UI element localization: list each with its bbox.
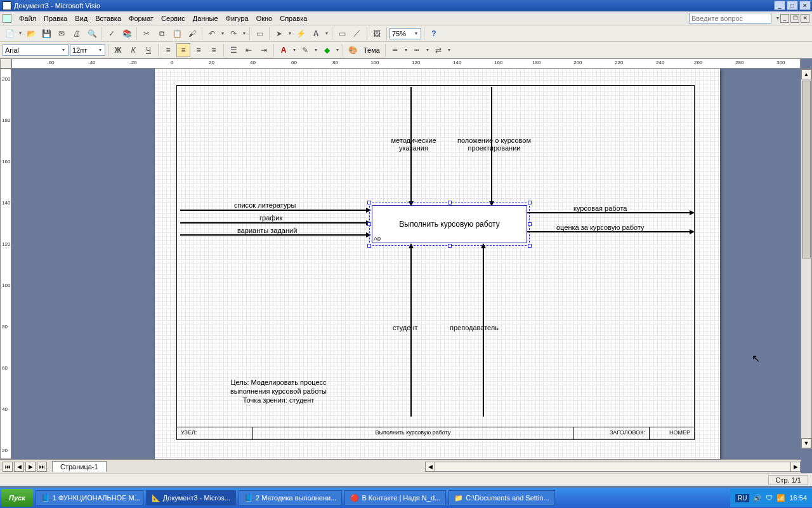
activity-label: Выполнить курсовую работу [399,220,499,229]
undo-button[interactable]: ↶ [205,27,219,41]
task-item-1[interactable]: 📘 1 ФУНКЦИОНАЛЬНОЕ М... [36,490,143,505]
tab-nav-last[interactable]: ⏭ [37,462,47,472]
align-right-button[interactable]: ≡ [192,43,206,57]
doc-minimize-button[interactable]: _ [780,14,789,23]
connector-button[interactable]: ⚡ [294,27,308,41]
help-dropdown-icon[interactable]: ▾ [775,15,780,21]
theme-button[interactable]: 🎨 [346,43,360,57]
input-label-3: варианты заданий [237,227,297,234]
hscroll-left[interactable]: ◀ [425,462,435,472]
menu-window[interactable]: Окно [252,13,277,23]
line-style-button[interactable]: ━ [388,43,402,57]
menu-insert[interactable]: Вставка [91,13,125,23]
cut-button[interactable]: ✂ [140,27,154,41]
menu-edit[interactable]: Правка [40,13,71,23]
workspace: -60-40 -200 2040 6080 100120 140160 1802… [0,58,812,473]
fill-color-button[interactable]: ◆ [320,43,334,57]
save-button[interactable]: 💾 [39,27,53,41]
theme-label: Тема [361,46,383,54]
print-preview-button[interactable]: 🔍 [85,27,99,41]
menu-file[interactable]: Файл [15,13,40,23]
menu-service[interactable]: Сервис [157,13,189,23]
help-search-input[interactable] [689,13,771,23]
text-button[interactable]: A [309,27,323,41]
bold-button[interactable]: Ж [111,43,125,57]
paste-button[interactable]: 📋 [170,27,184,41]
doc-close-button[interactable]: ✕ [801,14,809,23]
scroll-up-button[interactable]: ▲ [801,69,811,79]
menu-view[interactable]: Вид [71,13,91,23]
tray-icon[interactable]: 🛡 [766,494,773,502]
tray-icon[interactable]: 🔊 [753,494,762,502]
copy-button[interactable]: ⧉ [155,27,169,41]
close-button[interactable]: ✕ [799,1,811,10]
titlebar: Документ3 - Microsoft Visio _ □ ✕ [0,0,812,11]
page-tab[interactable]: Страница-1 [52,461,107,472]
align-left-button[interactable]: ≡ [161,43,175,57]
language-indicator[interactable]: RU [735,494,749,502]
font-size-select[interactable]: 12пт▾ [70,44,105,56]
page-tabbar: ⏮ ◀ ▶ ⏭ Страница-1 ◀ ▶ [0,459,801,473]
input-label-2: график [259,214,282,222]
input-label-1: список литературы [234,201,296,209]
new-button[interactable]: 📄 [3,27,16,41]
drawing-page[interactable]: список литературы график варианты задани… [155,69,720,459]
underline-button[interactable]: Ч [141,43,155,57]
italic-button[interactable]: К [126,43,140,57]
line-color-button[interactable]: ✎ [298,43,312,57]
mechanism-label-1: студент [393,324,417,331]
maximize-button[interactable]: □ [787,1,798,10]
hscroll-right[interactable]: ▶ [790,462,801,472]
ruler-corner [0,58,11,69]
task-item-2[interactable]: 📐 Документ3 - Micros... [146,490,236,505]
control-label-2: положение о курсовом проектировании [450,137,539,152]
align-justify-button[interactable]: ≡ [207,43,221,57]
activity-box[interactable]: Выполнить курсовую работу A0 [372,205,527,243]
bullets-button[interactable]: ☰ [226,43,240,57]
canvas-area[interactable]: список литературы график варианты задани… [11,69,801,459]
help-button[interactable]: ? [427,27,441,41]
task-item-3[interactable]: 📘 2 Методика выполнени... [239,490,342,505]
open-button[interactable]: 📂 [24,27,38,41]
start-button[interactable]: Пуск [1,489,33,507]
tray-icon[interactable]: 📶 [776,494,785,502]
insert-picture-button[interactable]: 🖼 [370,27,384,41]
decrease-indent-button[interactable]: ⇤ [242,43,256,57]
line-ends-button[interactable]: ⇄ [431,43,445,57]
rectangle-button[interactable]: ▭ [335,27,349,41]
menu-format[interactable]: Формат [125,13,157,23]
task-item-4[interactable]: 🔴 В Контакте | Надя N_d... [344,490,446,505]
vertical-scrollbar[interactable]: ▲ ▼ [801,69,812,449]
menu-help[interactable]: Справка [276,13,311,23]
menu-shape[interactable]: Фигура [222,13,252,23]
task-item-5[interactable]: 📁 C:\Documents and Settin... [449,490,554,505]
hscroll-track[interactable] [435,462,790,472]
scroll-thumb[interactable] [802,81,811,258]
scroll-down-button[interactable]: ▼ [801,438,811,448]
ruler-horizontal: -60-40 -200 2040 6080 100120 140160 1802… [11,58,801,69]
tab-nav-next[interactable]: ▶ [25,462,36,472]
tab-nav-prev[interactable]: ◀ [14,462,24,472]
pointer-button[interactable]: ➤ [272,27,286,41]
print-button[interactable]: 🖨 [70,27,84,41]
line-pattern-button[interactable]: ┅ [410,43,424,57]
minimize-button[interactable]: _ [774,1,785,10]
increase-indent-button[interactable]: ⇥ [257,43,271,57]
format-painter-button[interactable]: 🖌 [185,27,199,41]
font-color-button[interactable]: A [277,43,291,57]
visio-icon [3,1,11,10]
align-center-button[interactable]: ≡ [176,43,190,57]
research-button[interactable]: 📚 [120,27,134,41]
page-indicator: Стр. 1/1 [768,475,808,485]
tab-nav-first[interactable]: ⏮ [3,462,13,472]
mail-button[interactable]: ✉ [55,27,69,41]
menu-data[interactable]: Данные [189,13,222,23]
line-button[interactable]: ／ [350,27,364,41]
spellcheck-button[interactable]: ✓ [105,27,119,41]
font-select[interactable]: Arial▾ [3,44,69,56]
output-label-1: курсовая работа [573,204,627,212]
zoom-select[interactable]: 75%▾ [390,28,421,39]
doc-restore-button[interactable]: ❐ [790,14,799,23]
shapes-button[interactable]: ▭ [252,27,266,41]
redo-button[interactable]: ↷ [226,27,240,41]
